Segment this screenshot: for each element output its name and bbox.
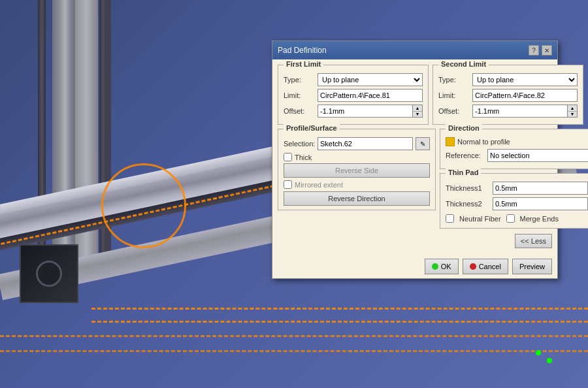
first-offset-spinner-btns: ▲ ▼	[412, 105, 423, 118]
thickness1-spinner: ▲ ▼	[493, 182, 588, 195]
first-type-select[interactable]: Up to plane	[318, 73, 423, 86]
first-limit-title: First Limit	[284, 60, 323, 68]
cad-element	[106, 0, 111, 274]
pad-definition-dialog: Pad Definition ? ✕ First Limit Type: Up …	[272, 40, 558, 279]
dialog-titlebar: Pad Definition ? ✕	[272, 41, 557, 59]
first-offset-spinner: ▲ ▼	[318, 105, 423, 118]
profile-column: Profile/Surface Selection: ✎ Thick Rev	[278, 129, 436, 233]
thin-pad-group: Thin Pad Thickness1 ▲ ▼	[440, 173, 588, 229]
second-offset-spinner: ▲ ▼	[472, 105, 578, 118]
first-offset-row: Offset: ▲ ▼	[284, 105, 423, 118]
thickness2-spinner: ▲ ▼	[493, 197, 588, 210]
less-button[interactable]: << Less	[515, 234, 552, 248]
reference-row: Reference:	[446, 149, 588, 162]
reverse-side-row: Reverse Side	[284, 163, 430, 178]
limits-section: First Limit Type: Up to plane Limit:	[278, 65, 552, 129]
dialog-content: First Limit Type: Up to plane Limit:	[272, 59, 557, 255]
second-limit-column: Second Limit Type: Up to plane Limit:	[433, 65, 583, 129]
ok-button[interactable]: OK	[425, 259, 459, 274]
dialog-controls: ? ✕	[529, 45, 552, 56]
merge-ends-label: Merge Ends	[520, 215, 559, 223]
direction-group: Direction Normal to profile Reference:	[440, 129, 588, 169]
reverse-direction-button[interactable]: Reverse Direction	[284, 191, 430, 206]
selection-row: Selection: ✎	[284, 137, 430, 150]
profile-group: Profile/Surface Selection: ✎ Thick Rev	[278, 129, 436, 210]
preview-label: Preview	[519, 263, 545, 270]
second-limit-input[interactable]	[472, 89, 578, 102]
corner-marker-1	[536, 350, 541, 355]
dialog-help-button[interactable]: ?	[529, 45, 539, 56]
first-limit-label: Limit:	[284, 91, 315, 99]
second-limit-row: Limit:	[438, 89, 578, 102]
first-offset-down[interactable]: ▼	[413, 112, 422, 118]
second-offset-row: Offset: ▲ ▼	[438, 105, 578, 118]
thickness1-label: Thickness1	[446, 184, 490, 192]
first-offset-up[interactable]: ▲	[413, 105, 422, 112]
first-offset-label: Offset:	[284, 107, 315, 115]
cancel-icon	[470, 263, 476, 270]
thick-label: Thick	[295, 154, 312, 161]
profile-title: Profile/Surface	[284, 124, 340, 132]
thin-pad-content: Thickness1 ▲ ▼ Thickness2	[440, 174, 588, 228]
second-limit-title: Second Limit	[438, 60, 489, 68]
cancel-label: Cancel	[479, 263, 501, 270]
thickness2-label: Thickness2	[446, 200, 490, 208]
merge-ends-checkbox[interactable]	[506, 214, 515, 223]
second-limit-group: Second Limit Type: Up to plane Limit:	[433, 65, 583, 125]
first-limit-group: First Limit Type: Up to plane Limit:	[278, 65, 429, 125]
preview-button[interactable]: Preview	[512, 259, 552, 274]
corner-marker-2	[547, 358, 552, 363]
second-offset-spinner-btns: ▲ ▼	[567, 105, 578, 118]
selection-edit-button[interactable]: ✎	[416, 137, 430, 150]
dialog-footer: OK Cancel Preview	[272, 255, 557, 278]
mirrored-row: Mirrored extent	[284, 180, 430, 189]
orange-dots-4	[0, 350, 588, 352]
thickness2-row: Thickness2 ▲ ▼	[446, 197, 588, 210]
thickness1-input[interactable]	[493, 182, 587, 195]
mirrored-label: Mirrored extent	[295, 181, 343, 189]
thick-row: Thick	[284, 153, 430, 161]
second-type-row: Type: Up to plane	[438, 73, 578, 86]
cancel-button[interactable]: Cancel	[463, 259, 508, 274]
orange-dots-3	[0, 335, 588, 337]
second-type-select[interactable]: Up to plane	[472, 73, 578, 86]
ok-icon	[432, 263, 438, 270]
neutral-fiber-row: Neutral Fiber Merge Ends	[446, 213, 588, 224]
direction-column: Direction Normal to profile Reference:	[440, 129, 588, 233]
second-type-label: Type:	[438, 76, 470, 84]
reverse-side-button[interactable]: Reverse Side	[284, 163, 430, 178]
first-limit-input[interactable]	[318, 89, 423, 102]
normal-icon	[446, 137, 455, 146]
thickness1-row: Thickness1 ▲ ▼	[446, 182, 588, 195]
direction-title: Direction	[446, 124, 482, 132]
first-type-label: Type:	[284, 76, 315, 84]
thickness2-input[interactable]	[493, 197, 587, 210]
second-offset-down[interactable]: ▼	[568, 112, 577, 118]
first-limit-content: Type: Up to plane Limit: Offset:	[278, 65, 428, 124]
normal-to-profile-row: Normal to profile	[446, 137, 588, 146]
second-offset-up[interactable]: ▲	[568, 105, 577, 112]
reference-label: Reference:	[446, 152, 485, 159]
profile-content: Selection: ✎ Thick Reverse Side	[278, 129, 435, 210]
first-offset-input[interactable]	[318, 105, 412, 118]
neutral-fiber-label: Neutral Fiber	[459, 215, 501, 223]
second-limit-label: Limit:	[438, 91, 470, 99]
less-button-row: << Less	[278, 233, 552, 250]
reverse-direction-row: Reverse Direction	[284, 191, 430, 206]
selection-input[interactable]	[318, 137, 413, 150]
first-limit-row: Limit:	[284, 89, 423, 102]
neutral-fiber-checkbox[interactable]	[446, 214, 454, 223]
thick-checkbox[interactable]	[284, 153, 292, 161]
reference-input[interactable]	[487, 149, 588, 162]
orange-dots-2	[91, 321, 588, 323]
second-limit-content: Type: Up to plane Limit: Offset:	[433, 65, 583, 124]
orange-dots-1	[91, 308, 588, 310]
dialog-close-button[interactable]: ✕	[542, 45, 552, 56]
second-offset-input[interactable]	[472, 105, 567, 118]
mirrored-checkbox[interactable]	[284, 180, 292, 189]
profile-direction-section: Profile/Surface Selection: ✎ Thick Rev	[278, 129, 552, 233]
cad-bracket	[20, 244, 78, 303]
dialog-title: Pad Definition	[278, 46, 327, 55]
second-offset-label: Offset:	[438, 107, 470, 115]
first-limit-column: First Limit Type: Up to plane Limit:	[278, 65, 429, 129]
